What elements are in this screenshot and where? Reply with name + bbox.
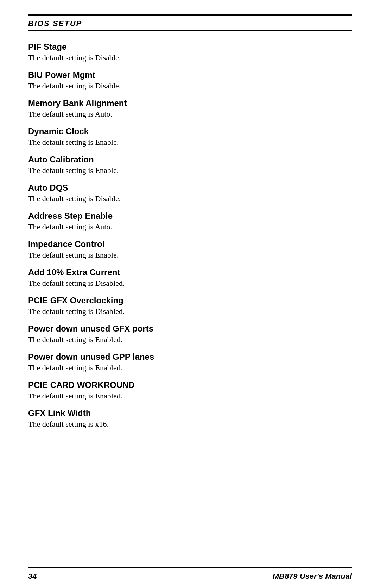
- entry-desc-auto-dqs: The default setting is Disable.: [28, 194, 352, 203]
- entry-desc-power-down-unused-gpp-lanes: The default setting is Enabled.: [28, 363, 352, 372]
- entry-title-gfx-link-width: GFX Link Width: [28, 408, 352, 418]
- entry-pif-stage: PIF StageThe default setting is Disable.: [28, 42, 352, 62]
- header-title: BIOS SETUP: [28, 16, 352, 30]
- footer-page-number: 34: [28, 572, 37, 581]
- entry-power-down-unused-gfx-ports: Power down unused GFX portsThe default s…: [28, 324, 352, 344]
- entry-memory-bank-alignment: Memory Bank AlignmentThe default setting…: [28, 98, 352, 119]
- entry-title-power-down-unused-gfx-ports: Power down unused GFX ports: [28, 324, 352, 334]
- entry-title-dynamic-clock: Dynamic Clock: [28, 126, 352, 136]
- entry-desc-power-down-unused-gfx-ports: The default setting is Enabled.: [28, 335, 352, 344]
- entry-dynamic-clock: Dynamic ClockThe default setting is Enab…: [28, 126, 352, 147]
- entry-title-auto-dqs: Auto DQS: [28, 183, 352, 193]
- entry-desc-add-10-extra-current: The default setting is Disabled.: [28, 279, 352, 288]
- footer-manual-title: MB879 User's Manual: [273, 572, 352, 581]
- entry-title-pcie-card-workround: PCIE CARD WORKROUND: [28, 380, 352, 390]
- entry-pcie-gfx-overclocking: PCIE GFX OverclockingThe default setting…: [28, 296, 352, 316]
- entry-title-biu-power-mgmt: BIU Power Mgmt: [28, 70, 352, 80]
- entry-desc-impedance-control: The default setting is Enable.: [28, 250, 352, 260]
- entry-desc-dynamic-clock: The default setting is Enable.: [28, 138, 352, 147]
- entry-desc-biu-power-mgmt: The default setting is Disable.: [28, 81, 352, 91]
- entry-title-pif-stage: PIF Stage: [28, 42, 352, 52]
- entry-pcie-card-workround: PCIE CARD WORKROUNDThe default setting i…: [28, 380, 352, 401]
- entry-gfx-link-width: GFX Link WidthThe default setting is x16…: [28, 408, 352, 429]
- entry-title-address-step-enable: Address Step Enable: [28, 211, 352, 221]
- entry-title-add-10-extra-current: Add 10% Extra Current: [28, 267, 352, 277]
- entry-desc-auto-calibration: The default setting is Enable.: [28, 166, 352, 175]
- entry-desc-pcie-gfx-overclocking: The default setting is Disabled.: [28, 307, 352, 316]
- header-bottom-bar: [28, 30, 352, 31]
- entry-title-impedance-control: Impedance Control: [28, 239, 352, 249]
- entry-desc-address-step-enable: The default setting is Auto.: [28, 222, 352, 231]
- entry-address-step-enable: Address Step EnableThe default setting i…: [28, 211, 352, 231]
- entry-power-down-unused-gpp-lanes: Power down unused GPP lanesThe default s…: [28, 352, 352, 372]
- entry-desc-pcie-card-workround: The default setting is Enabled.: [28, 391, 352, 401]
- entry-desc-memory-bank-alignment: The default setting is Auto.: [28, 110, 352, 119]
- entry-title-memory-bank-alignment: Memory Bank Alignment: [28, 98, 352, 108]
- entry-impedance-control: Impedance ControlThe default setting is …: [28, 239, 352, 260]
- entry-auto-dqs: Auto DQSThe default setting is Disable.: [28, 183, 352, 203]
- entry-biu-power-mgmt: BIU Power MgmtThe default setting is Dis…: [28, 70, 352, 91]
- entry-auto-calibration: Auto CalibrationThe default setting is E…: [28, 155, 352, 175]
- page-container: BIOS SETUP PIF StageThe default setting …: [0, 0, 380, 588]
- entry-add-10-extra-current: Add 10% Extra CurrentThe default setting…: [28, 267, 352, 288]
- entry-title-pcie-gfx-overclocking: PCIE GFX Overclocking: [28, 296, 352, 305]
- footer: 34 MB879 User's Manual: [28, 568, 352, 588]
- entry-desc-gfx-link-width: The default setting is x16.: [28, 420, 352, 429]
- entry-title-auto-calibration: Auto Calibration: [28, 155, 352, 165]
- entry-desc-pif-stage: The default setting is Disable.: [28, 53, 352, 62]
- entry-title-power-down-unused-gpp-lanes: Power down unused GPP lanes: [28, 352, 352, 362]
- content-area: PIF StageThe default setting is Disable.…: [28, 42, 352, 567]
